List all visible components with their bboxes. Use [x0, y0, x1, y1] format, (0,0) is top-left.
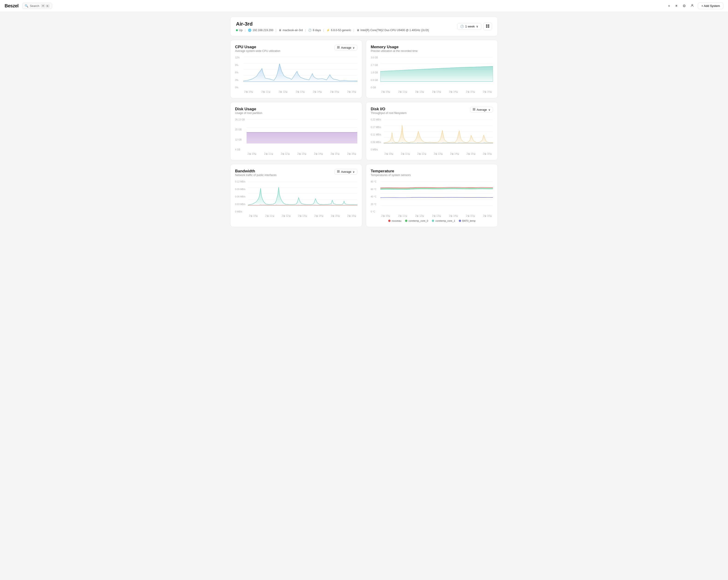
disk-usage-chart-title: Disk Usage: [235, 107, 262, 111]
svg-point-0: [692, 4, 693, 5]
disk-io-selector[interactable]: Average ∨: [470, 107, 493, 112]
cpu-chart-header: CPU Usage Average system-wide CPU utiliz…: [235, 45, 357, 55]
temperature-card: Temperature Temperatures of system senso…: [366, 164, 498, 227]
bandwidth-chart-subtitle: Network traffic of public interfaces: [235, 174, 277, 177]
disk-io-chevron-icon: ∨: [488, 108, 490, 111]
ip-value: 192.168.219.200: [253, 29, 274, 32]
search-bar[interactable]: 🔍 Search ✕ K: [22, 3, 52, 9]
bandwidth-chart-header: Bandwidth Network traffic of public inte…: [235, 169, 357, 179]
memory-chart-svg-area: 2월 10일 2월 11일 2월 12일 2월 13일 2월 14일 2월 15…: [381, 56, 493, 94]
memory-chart-area: 3.6 GB 2.7 GB 1.8 GB 0.9 GB 0 GB: [371, 56, 493, 94]
memory-usage-card: Memory Usage Precise utilization at the …: [366, 40, 498, 98]
cpu-selector[interactable]: Average ∨: [335, 45, 357, 51]
cpu-selector-icon: [337, 46, 340, 49]
sun-icon: ☀: [675, 4, 678, 8]
theme-button[interactable]: ☀: [674, 3, 679, 9]
legend-nouveau: nouveau: [388, 220, 401, 222]
disk-usage-x-labels: 2월 10일 2월 11일 2월 12일 2월 13일 2월 14일 2월 15…: [246, 152, 357, 155]
disk-io-chart-svg: [384, 118, 493, 151]
svg-rect-23: [246, 132, 357, 144]
bandwidth-x-labels: 2월 10일 2월 11일 2월 12일 2월 13일 2월 14일 2월 15…: [248, 214, 357, 218]
disk-usage-title-area: Disk Usage Usage of root partition: [235, 107, 262, 118]
shortcut-k: K: [46, 4, 50, 8]
svg-rect-4: [488, 26, 489, 28]
svg-rect-37: [339, 172, 340, 173]
kernel-icon: ⚡: [327, 29, 330, 32]
clock-icon: 🕐: [308, 29, 312, 32]
memory-chart-title: Memory Usage: [371, 45, 417, 49]
system-hostname: 🖥 macbook-air-3rd: [279, 29, 303, 32]
disk-usage-card: Disk Usage Usage of root partition 26.13…: [230, 102, 362, 160]
cpu-icon: 🖥: [357, 29, 359, 32]
svg-rect-7: [337, 48, 338, 48]
cpu-chart-area: 12% 9% 6% 3% 0%: [235, 56, 357, 94]
chevron-down-icon: ∨: [476, 25, 478, 28]
gear-icon: ⚙: [682, 4, 686, 8]
svg-rect-36: [337, 172, 338, 173]
disk-io-card: Disk I/O Throughput of root filesystem A…: [366, 102, 498, 160]
user-button[interactable]: [690, 3, 695, 9]
svg-rect-2: [488, 24, 489, 26]
memory-chart-subtitle: Precise utilization at the recorded time: [371, 49, 417, 53]
memory-chart-svg: [381, 56, 493, 89]
bandwidth-chevron-icon: ∨: [353, 170, 355, 174]
cpu-usage-card: CPU Usage Average system-wide CPU utiliz…: [230, 40, 362, 98]
system-status: Up: [236, 29, 242, 32]
bandwidth-selector[interactable]: Average ∨: [335, 169, 357, 175]
bandwidth-selector-label: Average: [341, 170, 351, 174]
bandwidth-selector-icon: [337, 170, 340, 174]
time-selector[interactable]: 🕐 1 week ∨: [457, 23, 482, 30]
cpu-chevron-icon: ∨: [353, 46, 355, 49]
bandwidth-y-labels: 0.12 MB/s 0.09 MB/s 0.06 MB/s 0.03 MB/s …: [235, 180, 246, 218]
grid-view-button[interactable]: [483, 23, 492, 30]
memory-title-area: Memory Usage Precise utilization at the …: [371, 45, 417, 55]
temperature-title-area: Temperature Temperatures of system senso…: [371, 169, 411, 179]
svg-rect-25: [473, 108, 474, 109]
logo: Beszel: [5, 3, 19, 8]
legend-coretemp-1: coretemp_core_1: [432, 220, 455, 222]
system-uptime: 🕐 8 days: [308, 29, 321, 32]
cpu-value: Intel(R) Core(TM)2 Duo CPU U9400 @ 1.40G…: [361, 29, 429, 32]
system-header-card: Air-3rd Up | 🌐 192.168.219.200 | 🖥 macbo…: [230, 17, 498, 36]
search-icon: 🔍: [25, 4, 28, 8]
settings-button[interactable]: ⚙: [682, 3, 687, 9]
temperature-x-labels: 2월 10일 2월 11일 2월 12일 2월 13일 2월 14일 2월 15…: [381, 214, 493, 218]
translate-button[interactable]: ⌖: [667, 3, 671, 9]
disk-usage-chart-subtitle: Usage of root partition: [235, 111, 262, 115]
disk-usage-chart-header: Disk Usage Usage of root partition: [235, 107, 357, 118]
cpu-x-labels: 2월 10일 2월 11일 2월 12일 2월 13일 2월 14일 2월 15…: [243, 90, 357, 94]
uptime-value: 8 days: [313, 29, 321, 32]
svg-rect-26: [474, 108, 475, 109]
sep1: |: [245, 28, 245, 32]
svg-rect-35: [339, 171, 340, 171]
svg-rect-3: [486, 26, 487, 28]
temperature-legend: nouveau coretemp_core_0 coretemp_core_1 …: [371, 220, 493, 222]
disk-io-selector-label: Average: [477, 108, 487, 111]
bandwidth-chart-area: 0.12 MB/s 0.09 MB/s 0.06 MB/s 0.03 MB/s …: [235, 180, 357, 218]
shortcut-x: ✕: [41, 4, 45, 8]
bandwidth-title-area: Bandwidth Network traffic of public inte…: [235, 169, 277, 179]
add-system-button[interactable]: + Add System: [698, 3, 723, 9]
svg-rect-27: [473, 109, 474, 110]
system-meta: Up | 🌐 192.168.219.200 | 🖥 macbook-air-3…: [236, 28, 429, 32]
bandwidth-chart-svg: [248, 180, 357, 213]
temperature-svg-area: 2월 10일 2월 11일 2월 12일 2월 13일 2월 14일 2월 15…: [381, 180, 493, 218]
time-period-label: 1 week: [465, 25, 475, 28]
temperature-chart-title: Temperature: [371, 169, 411, 174]
status-dot: [236, 29, 238, 31]
system-cpu: 🖥 Intel(R) Core(TM)2 Duo CPU U9400 @ 1.4…: [357, 29, 429, 32]
disk-io-chart-header: Disk I/O Throughput of root filesystem A…: [371, 107, 493, 118]
monitor-icon: 🖥: [279, 29, 281, 32]
globe-icon: 🌐: [248, 29, 252, 32]
disk-io-x-labels: 2월 10일 2월 11일 2월 12일 2월 13일 2월 14일 2월 15…: [384, 152, 493, 155]
svg-rect-8: [339, 48, 340, 48]
bat0-dot: [459, 220, 461, 222]
cpu-chart-title: CPU Usage: [235, 45, 281, 49]
bandwidth-svg-area: 2월 10일 2월 11일 2월 12일 2월 13일 2월 14일 2월 15…: [248, 180, 357, 218]
cpu-chart-svg: [243, 56, 357, 89]
temperature-chart-subtitle: Temperatures of system sensors: [371, 174, 411, 177]
legend-bat0: BAT0_temp: [459, 220, 475, 222]
temperature-y-labels: 80 °C 60 °C 40 °C 20 °C 0 °C: [371, 180, 379, 218]
time-icon: 🕐: [460, 25, 464, 28]
disk-io-y-labels: 0.22 MB/s 0.17 MB/s 0.11 MB/s 0.06 MB/s …: [371, 118, 382, 155]
